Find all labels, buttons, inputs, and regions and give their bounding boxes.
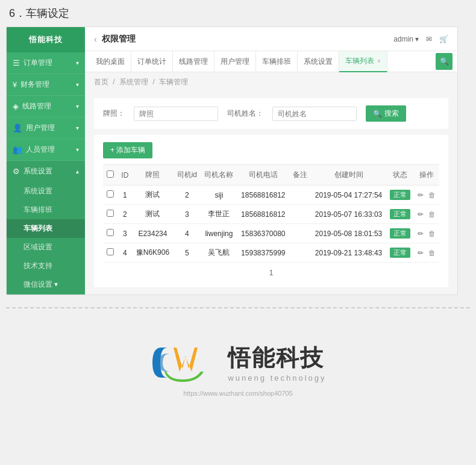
tab-order-stats[interactable]: 订单统计: [131, 51, 173, 72]
chevron-icon-system: ▴: [76, 168, 79, 175]
tabs-bar: 我的桌面 订单统计 线路管理 用户管理 车辆排班 系统设置 车辆列表 × 🔍: [85, 51, 457, 72]
chevron-icon-wechat: ▾: [54, 280, 58, 289]
cell-remark: [289, 205, 311, 224]
col-phone: 司机电话: [237, 165, 289, 186]
tab-system-settings[interactable]: 系统设置: [298, 51, 339, 72]
row-checkbox-1[interactable]: [107, 210, 114, 217]
select-all-checkbox[interactable]: [107, 170, 114, 178]
breadcrumb-home[interactable]: 首页: [94, 78, 108, 86]
status-badge: 正常: [390, 228, 410, 239]
cell-phone: 15836370080: [237, 224, 289, 243]
brand-input[interactable]: [134, 107, 218, 121]
sidebar-logo: 悟能科技: [7, 27, 85, 52]
col-action: 操作: [414, 165, 439, 186]
logo-section: 悟能科技 wuneng technology https://www.wuzha…: [6, 320, 470, 409]
cell-id: 2: [117, 205, 132, 224]
sidebar-item-area-settings[interactable]: 区域设置: [7, 238, 85, 257]
cell-plate: 测试: [132, 205, 173, 224]
sidebar-item-tech-support[interactable]: 技术支持: [7, 257, 85, 275]
edit-button[interactable]: ✏: [418, 229, 424, 238]
header-right: admin ▾ ✉ 🛒: [393, 35, 448, 43]
header-left: ‹ 权限管理: [94, 34, 136, 45]
cart-icon[interactable]: 🛒: [439, 35, 448, 43]
delete-button[interactable]: 🗑: [428, 191, 436, 199]
tab-vehicle-mgr[interactable]: 车辆排班: [256, 51, 298, 72]
cell-driver-id: 4: [173, 224, 201, 243]
sidebar-item-route[interactable]: ◈ 线路管理 ▾: [7, 96, 85, 117]
cell-plate: 测试: [132, 186, 173, 205]
delete-button[interactable]: 🗑: [428, 210, 436, 219]
logo-graphic: 悟能科技 wuneng technology: [149, 339, 326, 387]
breadcrumb-system[interactable]: 系统管理: [119, 78, 148, 86]
cell-driver-id: 3: [173, 205, 201, 224]
chevron-icon: ▾: [76, 125, 79, 131]
sidebar-item-system[interactable]: ⚙ 系统设置 ▴: [7, 161, 85, 182]
tab-vehicle-list[interactable]: 车辆列表 ×: [339, 51, 387, 72]
sidebar-item-staff[interactable]: 👥 人员管理 ▾: [7, 139, 85, 160]
cell-driver-id: 2: [173, 186, 201, 205]
cell-driver-name: siji: [201, 186, 237, 205]
delete-button[interactable]: 🗑: [428, 249, 436, 257]
row-checkbox-3[interactable]: [107, 248, 114, 255]
cell-created: 2019-05-07 16:33:03: [311, 205, 386, 224]
sidebar-item-user[interactable]: 👤 用户管理 ▾: [7, 117, 85, 139]
cell-status: 正常: [386, 243, 414, 263]
tab-route-mgr[interactable]: 线路管理: [173, 51, 215, 72]
sidebar-section-order: ☰ 订单管理 ▾: [7, 52, 85, 74]
admin-label: admin: [393, 35, 413, 43]
cell-remark: [289, 243, 311, 263]
tab-my-desk[interactable]: 我的桌面: [90, 51, 131, 72]
admin-menu[interactable]: admin ▾: [393, 35, 419, 43]
back-button[interactable]: ‹: [94, 34, 97, 44]
chevron-icon: ▾: [76, 146, 79, 153]
header-title: 权限管理: [102, 34, 136, 45]
sidebar-section-staff: 👥 人员管理 ▾: [7, 139, 85, 161]
cell-phone: 15938375999: [237, 243, 289, 263]
sidebar-item-order[interactable]: ☰ 订单管理 ▾: [7, 52, 85, 73]
sidebar-item-finance[interactable]: ¥ 财务管理 ▾: [7, 74, 85, 95]
watermark: https://www.wuzhant.com/shop40705: [183, 390, 293, 397]
row-checkbox-0[interactable]: [107, 190, 114, 198]
search-button[interactable]: 🔍 搜索: [366, 105, 406, 122]
table-row: 2 测试 3 李世正 18568816812 2019-05-07 16:33:…: [103, 205, 439, 224]
cell-remark: [289, 224, 311, 243]
company-name: 悟能科技: [228, 343, 326, 373]
cell-action: ✏ 🗑: [414, 205, 439, 224]
tab-search-button[interactable]: 🔍: [436, 53, 453, 70]
pagination: 1: [103, 263, 439, 280]
cell-phone: 18568816812: [237, 205, 289, 224]
row-checkbox-2[interactable]: [107, 229, 114, 236]
tab-user-mgr[interactable]: 用户管理: [215, 51, 256, 72]
sidebar-item-vehicle-manage[interactable]: 车辆排班: [7, 201, 85, 219]
sidebar-item-wechat-settings[interactable]: 微信设置 ▾: [7, 275, 85, 294]
add-vehicle-button[interactable]: + 添加车辆: [103, 142, 152, 158]
driver-input[interactable]: [272, 107, 357, 121]
edit-button[interactable]: ✏: [418, 191, 424, 199]
logo-subtitle: wuneng technology: [228, 373, 326, 382]
chevron-icon: ▾: [76, 103, 79, 110]
cell-driver-id: 5: [173, 243, 201, 263]
breadcrumb-current: 车辆管理: [159, 78, 188, 86]
main-content: ‹ 权限管理 admin ▾ ✉ 🛒 我的桌面 订单统计 线路管理 用户管理: [85, 27, 457, 295]
cell-phone: 18568816812: [237, 186, 289, 205]
search-icon: 🔍: [373, 110, 382, 118]
col-created: 创建时间: [311, 165, 386, 186]
cell-action: ✏ 🗑: [414, 243, 439, 263]
chevron-icon: ▾: [76, 60, 79, 66]
status-badge: 正常: [390, 190, 410, 200]
breadcrumb: 首页 / 系统管理 / 车辆管理: [85, 72, 457, 92]
chevron-icon: ▾: [76, 81, 79, 88]
sidebar-item-system-settings[interactable]: 系统设置: [7, 182, 85, 201]
divider: [6, 307, 470, 308]
tab-close-icon[interactable]: ×: [377, 58, 381, 64]
col-status: 状态: [386, 165, 414, 186]
edit-button[interactable]: ✏: [418, 210, 424, 219]
mail-icon[interactable]: ✉: [426, 35, 432, 43]
delete-button[interactable]: 🗑: [428, 229, 436, 238]
edit-button[interactable]: ✏: [418, 249, 424, 257]
vehicle-table: ID 牌照 司机id 司机名称 司机电话 备注 创建时间 状态 操作: [103, 164, 439, 263]
sidebar-item-vehicle-list[interactable]: 车辆列表: [7, 219, 85, 238]
page-title: 6．车辆设定: [0, 0, 476, 27]
user-icon: 👤: [13, 123, 22, 133]
table-row: 1 测试 2 siji 18568816812 2019-05-04 17:27…: [103, 186, 439, 205]
